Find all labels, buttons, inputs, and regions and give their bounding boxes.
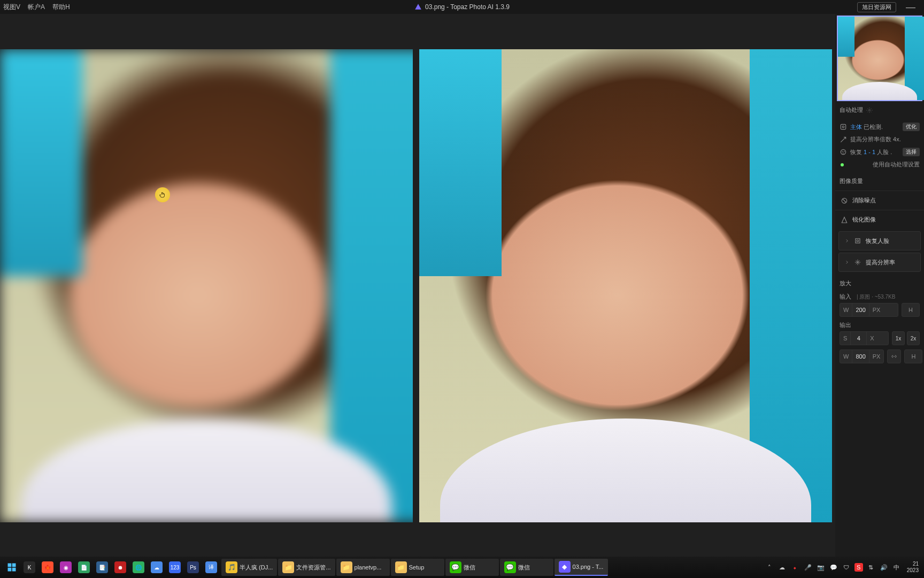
svg-rect-19 [8,568,12,572]
output-width[interactable]: W800PX [840,349,884,363]
taskbar-app[interactable]: 💬微信 [500,559,553,576]
tray-camera-icon[interactable]: 📷 [816,562,826,572]
settings-panel: 自动处理 主体 已检测. 优化 提高分辨率倍数 4x. 恢复 1 - 1 人脸 … [835,14,924,578]
sharpen-icon [841,216,848,224]
taskbar-pin[interactable]: 📑 [94,559,111,576]
taskbar-app[interactable]: 📁Setup [391,559,444,576]
tray-sogou-icon[interactable]: S [854,563,863,572]
taskbar-pin[interactable]: ☁ [149,559,166,576]
titlebar: 视图V 帐户A 帮助H 03.png - Topaz Photo AI 1.3.… [0,0,924,14]
window-title-text: 03.png - Topaz Photo AI 1.3.9 [425,3,510,11]
brand-link[interactable]: 旭日资源网 [857,2,896,12]
sparkle-icon [854,258,861,266]
chevron-right-icon [844,260,850,265]
menu-view[interactable]: 视图V [3,3,20,12]
svg-point-12 [844,151,844,151]
taskbar-pins: K🍁◉📄📑⏺🌐☁123Ps译 [21,559,220,576]
opt-recover-face[interactable]: 恢复人脸 [838,231,921,250]
svg-point-10 [841,149,845,154]
opt-denoise[interactable]: 消除噪点 [835,191,924,210]
svg-line-14 [843,199,846,202]
optimize-pill[interactable]: 优化 [903,123,920,131]
ap-default-row: 使用自动处理设置 [840,158,920,171]
ap-subject-row: 主体 已检测. 优化 [840,120,920,133]
start-button[interactable] [3,559,20,576]
scale-1x-button[interactable]: 1x [892,331,905,345]
tray-ime-icon[interactable]: 中 [892,562,902,572]
svg-rect-15 [856,239,860,243]
svg-rect-20 [12,568,16,572]
svg-rect-17 [8,564,12,567]
taskbar-pin[interactable]: 123 [167,559,184,576]
face-recover-icon [854,237,861,245]
taskbar-pin[interactable]: ⏺ [112,559,129,576]
taskbar-pin[interactable]: K [21,559,38,576]
face-icon [840,148,847,156]
select-faces-pill[interactable]: 选择 [903,148,920,156]
windows-logo-icon [7,562,17,572]
ap-scale-row: 提高分辨率倍数 4x. [840,133,920,146]
output-height[interactable]: H [904,349,922,363]
menu-account[interactable]: 帐户A [28,3,45,12]
opt-upscale[interactable]: 提高分辨率 [838,253,921,272]
tray-wechat-icon[interactable]: 💬 [829,562,838,572]
tray-onedrive-icon[interactable]: ☁ [777,562,787,572]
menu-bar: 视图V 帐户A 帮助H [0,3,70,12]
hand-cursor-icon [155,187,170,202]
ap-faces-row: 恢复 1 - 1 人脸 . 选择 [840,146,920,158]
svg-point-11 [842,151,843,151]
status-dot-icon [841,163,844,166]
taskbar-pin[interactable]: 译 [203,559,220,576]
input-height[interactable]: H [902,303,920,317]
minimize-button[interactable]: — [903,2,919,13]
comparison-view [0,49,832,522]
taskbar-pin[interactable]: 📄 [76,559,93,576]
output-label-row: 输出 [835,319,924,329]
tray-volume-icon[interactable]: 🔊 [879,562,889,572]
quality-header: 图像质量 [835,174,924,188]
autoprocess-header: 自动处理 [835,103,924,117]
dim-link[interactable] [887,349,901,363]
output-dim-row: W800PX H [835,347,924,366]
main-area: 预览已更新 100% 自动处理 主体 已检测. 优化 [0,14,924,578]
image-before[interactable] [0,49,413,522]
taskbar-app[interactable]: 📁文件资源管... [278,559,335,576]
input-width[interactable]: W200PX [840,303,898,317]
quality-section: 消除噪点 锐化图像 恢复人脸 提高分辨率 [835,188,924,276]
gear-icon[interactable] [866,107,873,113]
taskbar-clock[interactable]: 21 2023 [905,561,921,574]
taskbar-pin[interactable]: 🌐 [130,559,148,576]
menu-help[interactable]: 帮助H [52,3,70,12]
enlarge-section: 输入 | 原图 · ~53.7KB W200PX H 输出 S4X 1x [835,291,924,368]
taskbar-app[interactable]: 🎵半人疯 (DJ... [221,559,277,576]
taskbar-app[interactable]: 💬微信 [445,559,499,576]
app-logo-icon [414,3,422,11]
tray-chevron-icon[interactable]: ˄ [765,562,774,572]
tray-network-icon[interactable]: ⇅ [866,562,876,572]
input-dim-row: W200PX H [835,301,924,319]
canvas-area: 预览已更新 100% [0,14,835,578]
svg-point-16 [857,240,859,242]
link-icon [891,353,897,360]
system-tray: ˄ ☁ ⬥ 🎤 📷 💬 🛡 S ⇅ 🔊 中 21 2023 [765,561,921,574]
opt-sharpen[interactable]: 锐化图像 [835,210,924,229]
svg-point-7 [869,109,871,111]
scale-2x-button[interactable]: 2x [907,331,920,345]
tray-mic-icon[interactable]: 🎤 [803,562,813,572]
taskbar-app[interactable]: 📁planetvp... [336,559,390,576]
denoise-icon [841,197,848,204]
svg-rect-8 [841,124,845,129]
taskbar-pin[interactable]: Ps [185,559,202,576]
tray-bluetooth-icon[interactable]: ⬥ [790,562,800,572]
taskbar-app[interactable]: ◆03.png - T... [555,559,608,576]
output-scale-row: S4X 1x 2x [835,329,924,347]
tray-security-icon[interactable]: 🛡 [842,562,851,572]
taskbar-pin[interactable]: 🍁 [40,559,57,576]
output-scale[interactable]: S4X [840,331,889,345]
autoprocess-section: 主体 已检测. 优化 提高分辨率倍数 4x. 恢复 1 - 1 人脸 . 选择 … [835,117,924,174]
enlarge-header: 放大 [835,276,924,291]
image-after[interactable] [419,49,832,522]
window-title: 03.png - Topaz Photo AI 1.3.9 [414,3,510,11]
thumbnail-preview[interactable] [837,16,922,101]
taskbar-pin[interactable]: ◉ [58,559,75,576]
